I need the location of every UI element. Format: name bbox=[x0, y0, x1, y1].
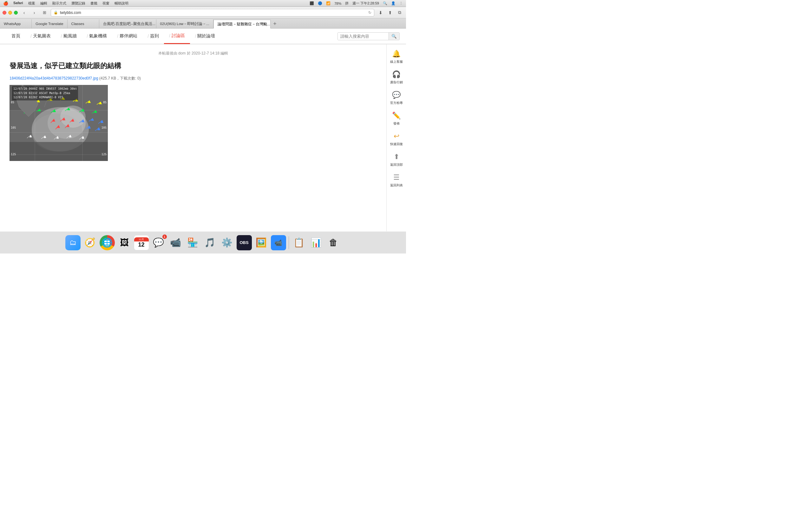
new-tab-icon[interactable]: ⧉ bbox=[396, 9, 403, 16]
dock: 🗂 🧭 🌐 🖼 12月 12 💬 1 📹 🏪 🎵 ⚙️ OBS 🖼️ 📹 📋 📊… bbox=[0, 231, 406, 253]
share-icon[interactable]: ⬆ bbox=[386, 9, 394, 16]
search-button[interactable]: 🔍 bbox=[389, 33, 399, 40]
widget-customer-service[interactable]: 🔔 線上客服 bbox=[388, 47, 405, 66]
menu-view[interactable]: 顯示方式 bbox=[52, 1, 66, 6]
input-method: 拼 bbox=[345, 1, 349, 6]
dock-photos[interactable]: 🖼 bbox=[117, 235, 132, 250]
dock-preview[interactable]: 🖼️ bbox=[254, 235, 269, 250]
forward-button[interactable]: › bbox=[31, 9, 38, 16]
toolbar-right: ⬇ ⬆ ⧉ bbox=[377, 9, 403, 16]
dock-obs[interactable]: OBS bbox=[237, 235, 252, 250]
dock-numbers[interactable]: 📊 bbox=[309, 235, 324, 250]
search-input[interactable] bbox=[338, 33, 389, 40]
right-sidebar: 🔔 線上客服 🎧 廣告行銷 💬 官方粉專 ✏️ 發佈 ↩ 快速回復 ⬆ 返回頂 bbox=[386, 44, 406, 253]
widget-post[interactable]: ✏️ 發佈 bbox=[388, 109, 405, 128]
nav-about[interactable]: / 關於論壇 bbox=[190, 28, 220, 44]
page-body: 本帖最後由 dom 於 2020-12-7 14:18 編輯 發展迅速，似乎已建… bbox=[0, 44, 406, 253]
main-wrapper: 🍎 Safari 檔案 編輯 顯示方式 瀏覽記錄 書籤 視窗 輔助說明 ⬛ 🔵 … bbox=[0, 0, 406, 253]
menu-file[interactable]: 檔案 bbox=[28, 1, 35, 6]
address-bar[interactable]: 🔒 twtybbs.com ↻ bbox=[51, 9, 374, 16]
tab-forum[interactable]: 論壇問題－疑難雜症－台灣颱... bbox=[213, 20, 270, 29]
quick-reply-icon: ↩ bbox=[392, 132, 401, 141]
search-icon[interactable]: 🔍 bbox=[383, 1, 387, 5]
titlebar-menu: 🍎 Safari 檔案 編輯 顯示方式 瀏覽記錄 書籤 視窗 輔助說明 bbox=[3, 1, 129, 6]
quick-reply-label: 快速回復 bbox=[390, 142, 403, 146]
minimize-button[interactable] bbox=[8, 11, 12, 14]
facetime-icon: ⬛ bbox=[310, 1, 314, 5]
tab-google-translate[interactable]: Google Translate bbox=[32, 19, 67, 28]
dock-system-prefs[interactable]: ⚙️ bbox=[219, 235, 235, 250]
new-tab-button[interactable]: + bbox=[270, 19, 280, 28]
dock-safari[interactable]: 🧭 bbox=[83, 235, 98, 250]
close-button[interactable] bbox=[3, 11, 6, 14]
menu-help[interactable]: 輔助說明 bbox=[114, 1, 129, 6]
dock-appstore[interactable]: 🏪 bbox=[185, 235, 200, 250]
lat-label-8s-left: 8S bbox=[11, 101, 14, 104]
lat-label-12s-right: 12S bbox=[101, 153, 107, 156]
maximize-button[interactable] bbox=[14, 11, 18, 14]
widget-advertising[interactable]: 🎧 廣告行銷 bbox=[388, 67, 405, 87]
advertising-label: 廣告行銷 bbox=[390, 80, 403, 84]
nav-weather-org[interactable]: / 氣象機構 bbox=[82, 28, 112, 44]
controls-icon[interactable]: ⋮ bbox=[399, 1, 403, 5]
attachment-info: 18406d224f4a20a43d4b478387529822730ed0f7… bbox=[9, 76, 377, 81]
apple-menu[interactable]: 🍎 bbox=[3, 1, 8, 6]
sidebar-toggle-button[interactable]: ⊞ bbox=[41, 9, 48, 16]
titlebar: 🍎 Safari 檔案 編輯 顯示方式 瀏覽記錄 書籤 視窗 輔助說明 ⬛ 🔵 … bbox=[0, 0, 406, 7]
profile-icon[interactable]: 👤 bbox=[391, 1, 396, 5]
nav-typhoon-wall[interactable]: / 颱風牆 bbox=[56, 28, 82, 44]
tab-whatsapp[interactable]: WhatsApp bbox=[0, 19, 32, 28]
tab-classes[interactable]: Classes bbox=[67, 19, 99, 28]
customer-service-icon: 🔔 bbox=[392, 49, 401, 58]
back-button[interactable]: ‹ bbox=[20, 9, 28, 16]
url-text: twtybbs.com bbox=[60, 10, 81, 15]
nav-checkin[interactable]: / 簽到 bbox=[142, 28, 164, 44]
svg-point-4 bbox=[60, 106, 86, 128]
nav-forum[interactable]: / 討論區 bbox=[164, 28, 190, 44]
widget-back-to-list[interactable]: ☰ 返回列表 bbox=[388, 170, 405, 190]
tab-typhoon-bbs[interactable]: 台風吧-百度貼吧--聚焦台風活... bbox=[99, 19, 156, 28]
search-area: 🔍 bbox=[338, 32, 400, 40]
lock-icon: 🔒 bbox=[54, 10, 58, 14]
dock-zoom[interactable]: 📹 bbox=[271, 235, 286, 250]
content-area: 本帖最後由 dom 於 2020-12-7 14:18 編輯 發展迅速，似乎已建… bbox=[0, 44, 386, 253]
widget-quick-reply[interactable]: ↩ 快速回復 bbox=[388, 129, 405, 149]
dock-chrome[interactable]: 🌐 bbox=[100, 235, 115, 250]
dock-music[interactable]: 🎵 bbox=[202, 235, 217, 250]
tab-02u[interactable]: 02U(96S) Low－即時討論－... bbox=[156, 19, 213, 28]
dock-facetime[interactable]: 📹 bbox=[168, 235, 183, 250]
dock-calendar[interactable]: 12月 12 bbox=[134, 235, 149, 250]
widget-back-to-top[interactable]: ⬆ 返回頂部 bbox=[388, 150, 405, 169]
lat-label-12s-left: 12S bbox=[11, 153, 16, 156]
nav-home[interactable]: 首頁 bbox=[6, 28, 26, 44]
nav-weather-charts[interactable]: / 天氣圖表 bbox=[26, 28, 56, 44]
menu-safari[interactable]: Safari bbox=[13, 1, 23, 6]
dock-messages[interactable]: 💬 1 bbox=[151, 235, 166, 250]
lat-label-10s-left: 10S bbox=[11, 126, 16, 129]
attachment-link[interactable]: 18406d224f4a20a43d4b478387529822730ed0f7… bbox=[9, 76, 98, 80]
lat-label-8s-right: 8S bbox=[103, 101, 107, 104]
satellite-image: 12/07/20 0600Z 96S INVEST 1002mb 30kt 12… bbox=[9, 85, 108, 161]
dock-finder[interactable]: 🗂 bbox=[65, 235, 81, 250]
back-to-list-label: 返回列表 bbox=[390, 183, 403, 187]
download-icon[interactable]: ⬇ bbox=[377, 9, 385, 16]
dock-notes[interactable]: 📋 bbox=[292, 235, 307, 250]
svg-rect-5 bbox=[9, 142, 108, 161]
menu-history[interactable]: 瀏覽記錄 bbox=[71, 1, 85, 6]
menu-bookmarks[interactable]: 書籤 bbox=[90, 1, 97, 6]
refresh-icon[interactable]: ↻ bbox=[368, 10, 371, 15]
menu-edit[interactable]: 編輯 bbox=[40, 1, 47, 6]
site-navbar: 首頁 / 天氣圖表 / 颱風牆 / 氣象機構 / 夥伴網站 / 簽到 / 討論區… bbox=[0, 29, 406, 44]
browser-toolbar: ‹ › ⊞ 🔒 twtybbs.com ↻ ⬇ ⬆ ⧉ bbox=[0, 7, 406, 18]
dock-trash[interactable]: 🗑 bbox=[326, 235, 341, 250]
menu-window[interactable]: 視窗 bbox=[102, 1, 109, 6]
customer-service-label: 線上客服 bbox=[390, 60, 403, 64]
back-to-top-label: 返回頂部 bbox=[390, 163, 403, 167]
sat-info-overlay: 12/07/20 0600Z 96S INVEST 1002mb 30kt 12… bbox=[12, 86, 78, 101]
nav-partner-sites[interactable]: / 夥伴網站 bbox=[112, 28, 142, 44]
widget-official-page[interactable]: 💬 官方粉專 bbox=[388, 88, 405, 107]
traffic-lights bbox=[3, 11, 18, 14]
post-icon: ✏️ bbox=[392, 111, 401, 120]
post-edited-info: 本帖最後由 dom 於 2020-12-7 14:18 編輯 bbox=[9, 51, 377, 56]
battery-status: 78% bbox=[334, 2, 341, 5]
